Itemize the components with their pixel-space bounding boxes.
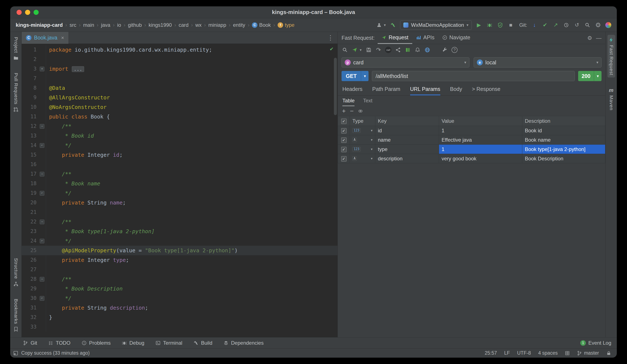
checkbox-icon[interactable]: ✓ bbox=[341, 128, 347, 134]
code-line[interactable]: 3+import ... bbox=[22, 64, 337, 74]
param-tab-url-params[interactable]: URL Params bbox=[410, 84, 440, 95]
fold-marker[interactable]: ⌐ bbox=[38, 188, 46, 198]
table-row[interactable]: ✓123▾type1Book type[1-java 2-python] bbox=[338, 145, 605, 154]
coverage-button[interactable] bbox=[497, 22, 504, 28]
breadcrumb-item[interactable]: main bbox=[83, 22, 94, 28]
key-cell[interactable]: description bbox=[375, 154, 439, 163]
type-select[interactable]: A▾ bbox=[352, 156, 372, 161]
checkbox-icon[interactable]: ✓ bbox=[341, 118, 347, 124]
add-param-button[interactable]: + bbox=[342, 108, 346, 114]
type-cell[interactable]: 123▾ bbox=[350, 145, 375, 154]
key-cell[interactable]: type bbox=[375, 145, 439, 154]
panel-tab-navigate[interactable]: Navigate bbox=[438, 32, 474, 44]
param-tab-headers[interactable]: Headers bbox=[342, 84, 363, 95]
bottom-tool-debug[interactable]: Debug bbox=[122, 340, 144, 346]
code-line[interactable]: 25 @ApiModelProperty(value = "Book type[… bbox=[22, 246, 337, 255]
breadcrumb-item[interactable]: miniapp bbox=[208, 22, 226, 28]
code-line[interactable]: 14⌐ */ bbox=[22, 141, 337, 150]
code-line[interactable]: 19⌐ */ bbox=[22, 188, 337, 198]
browser-icon[interactable] bbox=[424, 47, 431, 53]
fold-marker[interactable]: + bbox=[38, 64, 46, 74]
code-line[interactable]: 28− /** bbox=[22, 274, 337, 284]
code-line[interactable]: 29 * Book Description bbox=[22, 284, 337, 294]
key-cell[interactable]: name bbox=[375, 135, 439, 145]
type-cell[interactable]: A▾ bbox=[350, 135, 375, 145]
run-config-select[interactable]: WxMaDemoApplication ▾ bbox=[400, 20, 471, 30]
bottom-tool-terminal[interactable]: Terminal bbox=[156, 340, 182, 346]
breadcrumb-item[interactable]: ftype bbox=[278, 22, 294, 28]
breadcrumb-item[interactable]: java bbox=[101, 22, 110, 28]
breadcrumb-item[interactable]: CBook bbox=[252, 22, 271, 28]
code-line[interactable]: 20 private String name; bbox=[22, 198, 337, 208]
type-cell[interactable]: A▾ bbox=[350, 154, 375, 163]
type-select[interactable]: 123▾ bbox=[352, 128, 372, 133]
code-line[interactable]: 2 bbox=[22, 54, 337, 64]
table-row[interactable]: ✓A▾descriptionvery good bookBook Descrip… bbox=[338, 154, 605, 163]
select-all-checkbox[interactable]: ✓ bbox=[338, 116, 350, 126]
wrench-icon[interactable] bbox=[441, 47, 448, 53]
value-cell[interactable]: 1 bbox=[439, 126, 522, 135]
build-project-icon[interactable] bbox=[390, 22, 396, 28]
row-checkbox-cell[interactable]: ✓ bbox=[338, 154, 350, 163]
code-line[interactable]: 22− /** bbox=[22, 217, 337, 227]
profile-icon[interactable] bbox=[376, 22, 382, 28]
breadcrumb-item[interactable]: entity bbox=[233, 22, 245, 28]
fold-marker-icon[interactable]: ⌐ bbox=[40, 191, 44, 196]
bottom-tool-build[interactable]: Build bbox=[193, 340, 212, 346]
code-line[interactable]: 30⌐ */ bbox=[22, 294, 337, 303]
param-tab--response[interactable]: > Response bbox=[472, 84, 500, 95]
code-line[interactable]: 21 bbox=[22, 208, 337, 217]
breadcrumb-item[interactable]: kings-miniapp-card bbox=[16, 22, 63, 28]
share-icon[interactable] bbox=[395, 47, 401, 53]
bottom-tool-problems[interactable]: Problems bbox=[82, 340, 111, 346]
breadcrumb-item[interactable]: src bbox=[69, 22, 76, 28]
code-line[interactable]: 15 private Integer id; bbox=[22, 150, 337, 160]
fold-marker[interactable]: ⌐ bbox=[38, 236, 46, 246]
type-select[interactable]: 123▾ bbox=[352, 147, 372, 152]
fold-marker[interactable]: ⌐ bbox=[38, 141, 46, 150]
code-line[interactable]: 26 private Integer type; bbox=[22, 255, 337, 265]
checkbox-icon[interactable]: ✓ bbox=[341, 147, 347, 152]
code-line[interactable]: 7 bbox=[22, 74, 337, 83]
breadcrumb-item[interactable]: kings1990 bbox=[149, 22, 172, 28]
fold-marker-icon[interactable]: − bbox=[40, 220, 44, 224]
remove-param-button[interactable]: − bbox=[350, 108, 354, 114]
git-branch-widget[interactable]: master bbox=[577, 350, 599, 356]
stripe-item-bookmarks[interactable]: Bookmarks bbox=[12, 297, 20, 334]
code-line[interactable]: 32} bbox=[22, 312, 337, 322]
type-cell[interactable]: 123▾ bbox=[350, 126, 375, 135]
fold-marker[interactable]: ⌐ bbox=[38, 294, 46, 303]
code-line[interactable]: 31 private String description; bbox=[22, 303, 337, 312]
code-line[interactable]: 12− /** bbox=[22, 121, 337, 131]
hide-panel-icon[interactable]: — bbox=[596, 35, 602, 41]
project-select[interactable]: p card ▾ bbox=[342, 57, 470, 67]
method-select[interactable]: GET ▾ bbox=[342, 71, 368, 81]
table-row[interactable]: ✓123▾id1Book id bbox=[338, 126, 605, 135]
table-row[interactable]: ✓A▾nameEffective javaBook name bbox=[338, 135, 605, 145]
code-line[interactable]: 27 bbox=[22, 265, 337, 274]
event-log-button[interactable]: 1 Event Log bbox=[580, 340, 611, 346]
checkbox-icon[interactable]: ✓ bbox=[341, 137, 347, 143]
close-window-button[interactable] bbox=[17, 10, 22, 15]
code-line[interactable]: 24⌐ */ bbox=[22, 236, 337, 246]
run-button[interactable]: ▶ bbox=[475, 22, 482, 28]
description-cell[interactable]: Book id bbox=[522, 126, 605, 135]
stripe-item-pull-requests[interactable]: Pull Requests bbox=[12, 71, 20, 115]
editor-tab-options-icon[interactable]: ⋮ bbox=[327, 34, 337, 41]
description-cell[interactable]: Book Description bbox=[522, 154, 605, 163]
close-tab-icon[interactable]: × bbox=[61, 35, 64, 41]
bottom-tool-git[interactable]: Git bbox=[23, 340, 37, 346]
curl-icon[interactable]: curl bbox=[385, 47, 392, 53]
panel-tab-request[interactable]: Request bbox=[378, 32, 412, 44]
write-protect-icon[interactable] bbox=[606, 351, 611, 356]
type-select[interactable]: A▾ bbox=[352, 138, 372, 142]
line-separator-widget[interactable]: LF bbox=[504, 350, 510, 356]
breadcrumb-item[interactable]: github bbox=[128, 22, 142, 28]
fold-marker-icon[interactable]: − bbox=[40, 172, 44, 176]
update-project-icon[interactable]: ↓ bbox=[531, 22, 538, 28]
code-style-widget-icon[interactable] bbox=[565, 351, 570, 356]
status-code-badge[interactable]: 200 ▾ bbox=[578, 71, 602, 81]
environment-select[interactable]: e local ▾ bbox=[474, 57, 602, 67]
code-line[interactable]: 9@AllArgsConstructor bbox=[22, 93, 337, 102]
send-chevron-icon[interactable]: ▾ bbox=[359, 47, 362, 53]
